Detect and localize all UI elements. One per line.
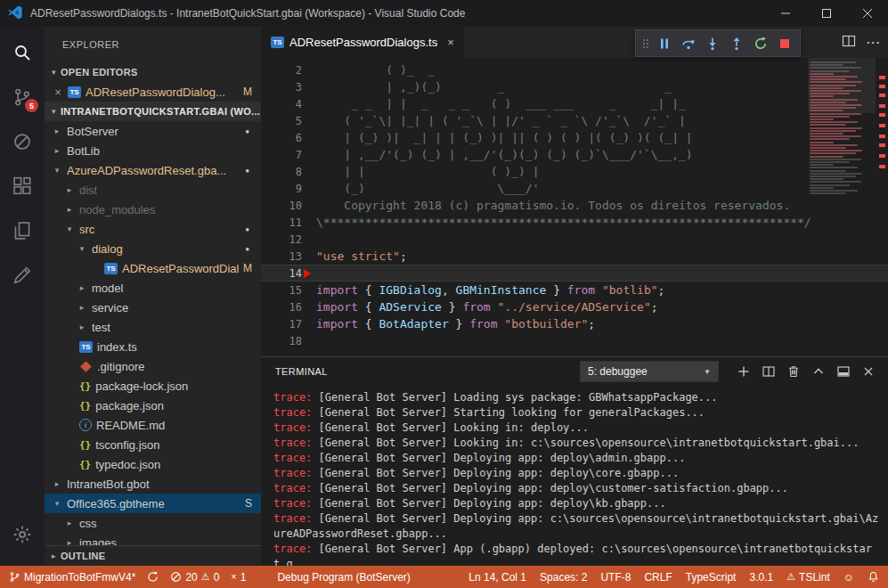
tree-item-index-ts[interactable]: TSindex.ts — [45, 337, 261, 356]
code-line-15[interactable]: 15import { IGBDialog, GBMinInstance } fr… — [261, 282, 888, 298]
code-line-6[interactable]: 6 | (_) )| _| | | (_) )| || ( ) ( ) |( (… — [261, 129, 888, 146]
split-editor-icon[interactable] — [842, 34, 856, 51]
drag-handle-icon[interactable] — [640, 33, 652, 54]
open-editors-header[interactable]: ▾ OPEN EDITORS — [45, 62, 261, 82]
step-over-icon[interactable] — [676, 33, 700, 54]
new-terminal-icon[interactable] — [732, 361, 754, 382]
settings-gear-icon[interactable] — [0, 512, 45, 557]
terminal-selector[interactable]: 5: debuggee ▼ — [580, 361, 719, 382]
tree-item-intranetbot-gbot[interactable]: ▸IntranetBot.gbot — [45, 474, 261, 494]
git-status-badge: S — [245, 497, 261, 510]
line-number: 13 — [261, 250, 316, 263]
tree-item-botserver[interactable]: ▸BotServer● — [45, 121, 261, 141]
code-line-5[interactable]: 5 ( '_`\| |_| | ( '_`\ | |/' _ ` _ `\ /'… — [261, 112, 888, 129]
braces-file-icon: {} — [79, 400, 91, 412]
tree-item-package-json[interactable]: {}package.json — [45, 396, 261, 415]
tree-item-adresetpassworddial[interactable]: TSADResetPasswordDial...M — [45, 258, 261, 278]
outline-header[interactable]: ▸ OUTLINE — [45, 545, 261, 566]
open-editor-label: ADResetPasswordDialog... — [86, 86, 225, 99]
more-actions-icon[interactable]: ··· — [867, 36, 881, 49]
tree-item-readme-md[interactable]: iREADME.md — [45, 415, 261, 435]
maximize-button[interactable] — [806, 0, 847, 27]
sync-item[interactable] — [147, 571, 159, 583]
tslint-item[interactable]: ⚠TSLint — [786, 571, 830, 584]
files-icon[interactable] — [0, 208, 45, 253]
tab-close-icon[interactable]: × — [447, 36, 454, 49]
encoding-item[interactable]: UTF-8 — [600, 571, 631, 584]
close-panel-icon[interactable] — [857, 361, 879, 382]
extensions-icon[interactable] — [0, 164, 45, 208]
tree-item-src[interactable]: ▾src● — [45, 219, 261, 239]
tree-item-tsconfig-json[interactable]: {}tsconfig.json — [45, 435, 261, 454]
terminal-line: trace: [General Bot Server] Deploying ap… — [273, 496, 879, 511]
error-count: 20 — [185, 571, 197, 584]
tree-item-azureadpasswordreset-gba[interactable]: ▾AzureADPasswordReset.gba...● — [45, 160, 261, 180]
warning-count: 0 — [214, 571, 220, 584]
split-terminal-icon[interactable] — [757, 361, 779, 382]
overview-ruler[interactable] — [876, 58, 888, 356]
code-line-10[interactable]: 10 Copyright 2018 (c) pragmatismo.io. To… — [261, 197, 888, 214]
terminal-line: trace: [General Bot Server] Looking in: … — [273, 436, 879, 451]
tree-item-gitignore[interactable]: .gitignore — [45, 356, 261, 376]
code-line-14[interactable]: 14 — [261, 265, 888, 282]
search-icon[interactable] — [0, 30, 45, 75]
tree-item-label: index.ts — [97, 340, 137, 354]
tab-terminal[interactable]: TERMINAL — [275, 366, 328, 377]
code-line-3[interactable]: 3 | ,_)(_) _ _ — [261, 78, 888, 95]
code-line-11[interactable]: 11\*************************************… — [261, 214, 888, 231]
indentation-item[interactable]: Spaces: 2 — [540, 571, 587, 584]
tree-item-dialog[interactable]: ▾dialog● — [45, 239, 261, 258]
language-item[interactable]: TypeScript — [686, 571, 737, 584]
tree-item-test[interactable]: ▸test — [45, 317, 261, 337]
code-line-18[interactable]: 18 — [261, 332, 888, 349]
chevron-down-icon: ▾ — [47, 68, 61, 77]
tree-item-model[interactable]: ▸model — [45, 278, 261, 298]
debug-icon[interactable] — [0, 119, 45, 164]
notifications-bell-icon[interactable] — [868, 571, 879, 583]
kill-terminal-trash-icon[interactable] — [782, 361, 804, 382]
tree-item-botlib[interactable]: ▸BotLib — [45, 141, 261, 160]
edit-icon[interactable] — [0, 253, 45, 298]
flag-item[interactable]: × 1 — [231, 571, 246, 584]
close-button[interactable] — [847, 0, 888, 27]
step-out-icon[interactable] — [724, 33, 748, 54]
restart-icon[interactable] — [748, 33, 772, 54]
tree-item-typedoc-json[interactable]: {}typedoc.json — [45, 454, 261, 474]
tree-item-node-modules[interactable]: ▸node_modules — [45, 200, 261, 219]
code-line-2[interactable]: 2 ( )_ _ — [261, 61, 888, 78]
tree-item-package-lock-json[interactable]: {}package-lock.json — [45, 376, 261, 396]
cursor-position-item[interactable]: Ln 14, Col 1 — [468, 571, 526, 584]
workspace-header[interactable]: ▾ INTRANETBOTQUICKSTART.GBAI (WO... — [45, 102, 261, 121]
feedback-smiley-icon[interactable]: ☺ — [843, 571, 854, 584]
version-item[interactable]: 3.0.1 — [749, 571, 773, 584]
code-line-16[interactable]: 16import { ADService } from "../service/… — [261, 298, 888, 315]
line-number: 8 — [261, 166, 316, 178]
close-icon[interactable]: × — [53, 86, 63, 99]
code-line-4[interactable]: 4 _ _ | | _ _ _ ( ) ___ ___ _ _| |_ — [261, 95, 888, 112]
code-line-9[interactable]: 9 (_) \___/' — [261, 180, 888, 197]
panel-layout-icon[interactable] — [832, 361, 854, 382]
tree-item-service[interactable]: ▸service — [45, 298, 261, 317]
code-line-12[interactable]: 12 — [261, 231, 888, 248]
git-branch-item[interactable]: MigrationToBotFmwV4* — [9, 571, 135, 584]
tree-item-dist[interactable]: ▸dist — [45, 180, 261, 200]
code-line-7[interactable]: 7 | ,__/'(_) (_) | ,__/'(_)(_) (_) (_)`\… — [261, 146, 888, 163]
debug-status-item[interactable]: Debug Program (BotServer) — [277, 571, 410, 584]
stop-icon[interactable] — [772, 33, 796, 54]
code-line-8[interactable]: 8 | | ( )_) | — [261, 163, 888, 180]
maximize-panel-icon[interactable] — [807, 361, 829, 382]
open-editor-item[interactable]: × TS ADResetPasswordDialog... M — [45, 82, 261, 102]
step-into-icon[interactable] — [700, 33, 724, 54]
tree-item-css[interactable]: ▸css — [45, 513, 261, 533]
source-control-icon[interactable]: 5 — [0, 75, 45, 119]
tab-adresetpassworddialogs[interactable]: TS ADResetPasswordDialogs.ts × — [261, 27, 464, 58]
minimize-button[interactable] — [765, 0, 806, 27]
terminal-output[interactable]: trace: [General Bot Server] Loading sys … — [261, 386, 888, 572]
pause-icon[interactable] — [652, 33, 676, 54]
minimap[interactable] — [808, 58, 876, 343]
code-line-13[interactable]: 13"use strict"; — [261, 248, 888, 265]
problems-item[interactable]: 20 ⚠ 0 — [170, 571, 219, 584]
code-line-17[interactable]: 17import { BotAdapter } from "botbuilder… — [261, 315, 888, 332]
tree-item-office365-gbtheme[interactable]: ▾Office365.gbthemeS — [45, 494, 261, 513]
eol-item[interactable]: CRLF — [644, 571, 672, 584]
